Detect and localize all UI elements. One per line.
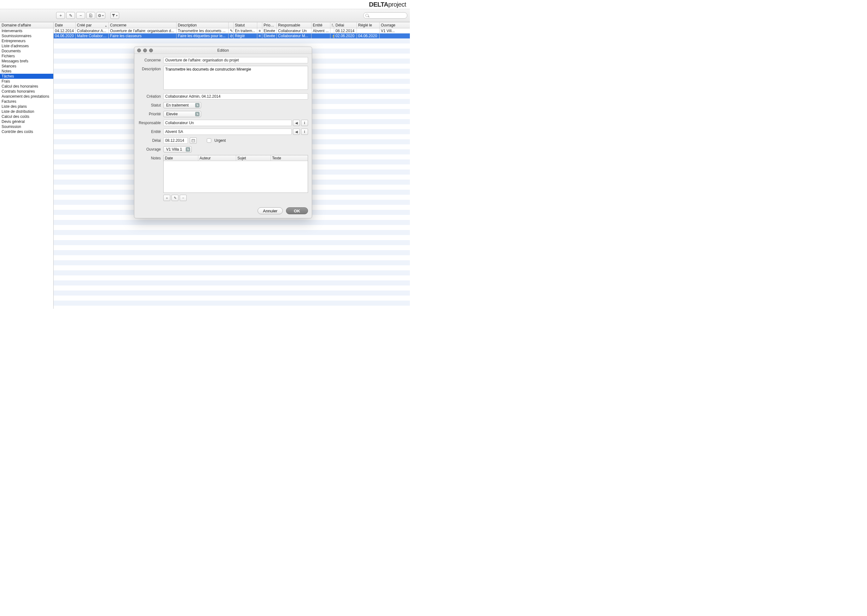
select-ouvrage-value: V1 Villa 1 (166, 147, 182, 152)
note-remove-button[interactable]: − (180, 195, 187, 201)
sidebar-item[interactable]: Devis général (0, 119, 53, 124)
col-delai[interactable]: Délai (334, 22, 357, 28)
search-input[interactable] (363, 12, 408, 19)
field-delai[interactable]: 08.12.2014 (163, 137, 188, 144)
note-add-button[interactable]: ＋ (163, 195, 170, 201)
sidebar-item[interactable]: Entrepreneurs (0, 38, 53, 44)
label-statut: Statut (138, 102, 163, 108)
label-delai: Délai (138, 137, 163, 144)
field-entite[interactable]: Abvent SA (163, 129, 292, 135)
col-ouvrage[interactable]: Ouvrage (379, 22, 410, 28)
edition-dialog: Edition Concerne Ouverture de l'affaire:… (134, 47, 312, 218)
sidebar-item[interactable]: Tâches (0, 74, 53, 79)
col-description[interactable]: Description (176, 22, 228, 28)
col-entite[interactable]: Entité (312, 22, 330, 28)
select-priorite-value: Elevée (166, 112, 178, 116)
urgent-checkbox[interactable] (207, 138, 211, 143)
note-edit-button[interactable]: ✎ (172, 195, 178, 201)
chevron-updown-icon: ⇅ (195, 103, 200, 107)
sidebar-item[interactable]: Avancement des prestations (0, 94, 53, 99)
logo-light: project (388, 1, 406, 8)
sidebar-item[interactable]: Soumission (0, 124, 53, 129)
label-creation: Création (138, 93, 163, 99)
info-entite-button[interactable]: i (301, 129, 308, 135)
title-bar: DELTAproject (0, 0, 410, 9)
grid-header: Date Créé par Concerne Description Statu… (53, 22, 410, 28)
edit-button[interactable]: ✎ (66, 12, 75, 19)
sidebar-item[interactable]: Liste des plans (0, 104, 53, 109)
sidebar-item[interactable]: Soumissionnaires (0, 33, 53, 38)
notes-col-sujet[interactable]: Sujet (236, 156, 271, 161)
label-notes: Notes (138, 155, 163, 201)
label-concerne: Concerne (138, 57, 163, 63)
table-row[interactable]: 04.06.2020Maître Collabora...Faire les c… (53, 33, 410, 38)
app-logo: DELTAproject (369, 1, 406, 8)
select-priorite[interactable]: Elevée ⇅ (163, 111, 201, 117)
info-responsable-button[interactable]: i (301, 120, 308, 126)
col-regle-le[interactable]: Réglé le (357, 22, 379, 28)
filter-button[interactable]: ▼ (110, 12, 119, 19)
sidebar-header: Domaine d'affaire (0, 22, 53, 28)
notes-table: Date Auteur Sujet Texte (163, 155, 308, 193)
sidebar-item[interactable]: Contrats honoraires (0, 89, 53, 94)
sidebar-item[interactable]: Frais (0, 79, 53, 84)
field-concerne[interactable]: Ouverture de l'affaire: organisation du … (163, 57, 308, 63)
sidebar-item[interactable]: Liste de distribution (0, 109, 53, 114)
col-bang[interactable]: ! (330, 22, 334, 28)
select-statut-value: En traitement (166, 103, 189, 107)
col-date[interactable]: Date (53, 22, 76, 28)
label-entite: Entité (138, 129, 163, 135)
dialog-title: Edition (134, 48, 312, 53)
add-button[interactable]: ＋ (56, 12, 65, 19)
prev-entite-button[interactable]: ◀ (293, 129, 300, 135)
label-description: Description (138, 66, 163, 91)
sidebar: Domaine d'affaire IntervenantsSoumission… (0, 22, 53, 309)
chevron-updown-icon: ⇅ (195, 112, 200, 116)
sidebar-item[interactable]: Calcul des coûts (0, 114, 53, 119)
field-description[interactable] (163, 66, 308, 90)
chevron-updown-icon: ⇅ (186, 147, 190, 152)
document-button[interactable] (87, 12, 95, 19)
label-urgent: Urgent (214, 138, 226, 143)
sidebar-item[interactable]: Séances (0, 64, 53, 69)
col-responsable[interactable]: Responsable (277, 22, 312, 28)
field-responsable[interactable]: Collaborateur Un (163, 120, 292, 126)
col-cree-par[interactable]: Créé par (76, 22, 109, 28)
select-statut[interactable]: En traitement ⇅ (163, 102, 201, 108)
field-creation: Collaborateur Admin, 04.12.2014 (163, 93, 308, 99)
select-ouvrage[interactable]: V1 Villa 1 ⇅ (163, 146, 192, 152)
sidebar-item[interactable]: Factures (0, 99, 53, 104)
cancel-button[interactable]: Annuler (258, 207, 283, 214)
svg-rect-0 (192, 139, 195, 142)
dialog-titlebar: Edition (134, 47, 312, 54)
notes-col-date[interactable]: Date (164, 156, 198, 161)
sidebar-item[interactable]: Calcul des honoraires (0, 84, 53, 89)
sidebar-item[interactable]: Liste d'adresses (0, 44, 53, 49)
logo-bold: DELTA (369, 1, 388, 8)
sidebar-item[interactable]: Messages brefs (0, 59, 53, 64)
col-priorite[interactable]: Priorité (262, 22, 277, 28)
label-priorite: Priorité (138, 111, 163, 117)
sidebar-item[interactable]: Notes (0, 69, 53, 74)
sidebar-item[interactable]: Documents (0, 49, 53, 53)
notes-col-auteur[interactable]: Auteur (198, 156, 236, 161)
remove-button[interactable]: − (76, 12, 85, 19)
notes-col-texte[interactable]: Texte (271, 156, 308, 161)
prev-responsable-button[interactable]: ◀ (293, 120, 300, 126)
toolbar: ＋ ✎ − ⚙▼ ▼ (0, 9, 410, 22)
col-statut[interactable]: Statut (234, 22, 257, 28)
table-row[interactable]: 04.12.2014Collaborateur A...Ouverture de… (53, 28, 410, 33)
sidebar-item[interactable]: Contrôle des coûts (0, 129, 53, 134)
sidebar-item[interactable]: Intervenants (0, 28, 53, 33)
col-desc-icon[interactable] (228, 22, 234, 28)
sidebar-item[interactable]: Fichiers (0, 53, 53, 59)
calendar-button[interactable] (190, 137, 197, 144)
settings-button[interactable]: ⚙▼ (96, 12, 105, 19)
col-statut-icon[interactable] (257, 22, 262, 28)
label-ouvrage: Ouvrage (138, 146, 163, 152)
label-responsable: Responsable (138, 120, 163, 126)
col-concerne[interactable]: Concerne (109, 22, 176, 28)
ok-button[interactable]: OK (286, 207, 308, 214)
